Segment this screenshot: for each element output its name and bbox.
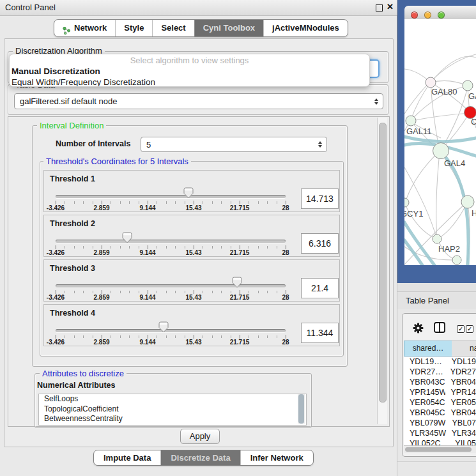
tab-select[interactable]: Select xyxy=(152,20,194,36)
interval-group-title: Interval Definition xyxy=(37,121,106,130)
table-row[interactable]: YIL052CYIL05 xyxy=(404,438,476,445)
slider-track[interactable] xyxy=(56,240,286,243)
slider-thumb[interactable] xyxy=(183,187,194,199)
cell-name: YBL07 xyxy=(447,418,476,428)
table-row[interactable]: YBR045CYBR04 xyxy=(404,408,476,418)
threshold-value-field[interactable]: 11.344 xyxy=(301,323,339,343)
cell-shared-name: YER054C xyxy=(404,397,445,408)
network-node[interactable] xyxy=(452,256,461,265)
minimize-button[interactable] xyxy=(424,12,431,19)
table-row[interactable]: YBR043CYBR04 xyxy=(404,377,476,387)
tick-label: 9.144 xyxy=(139,294,155,301)
cell-shared-name: YBR043C xyxy=(404,377,445,387)
gear-icon[interactable] xyxy=(413,323,424,334)
cell-shared-name: YDL19… xyxy=(404,357,447,367)
list-item[interactable]: BetweennessCentrality xyxy=(39,414,306,424)
slider-track[interactable] xyxy=(56,284,286,288)
network-svg[interactable]: GAL80GACGAL11GAL4GCY1HHAP2 xyxy=(404,19,476,265)
tab-discretize-data[interactable]: Discretize Data xyxy=(160,450,240,465)
list-item[interactable]: TopologicalCoefficient xyxy=(39,404,306,415)
bottom-tab-bar: Impute DataDiscretize DataInfer Network xyxy=(93,450,314,466)
network-window-titlebar[interactable] xyxy=(404,6,476,20)
slider-thumb[interactable] xyxy=(122,232,132,243)
dropdown-option-manual-discretization[interactable]: Manual Discretization xyxy=(10,66,369,77)
cell-name: YDR27 xyxy=(445,367,476,377)
network-view[interactable]: GAL80GACGAL11GAL4GCY1HHAP2 xyxy=(404,19,476,265)
tick-label: -3.426 xyxy=(47,204,65,211)
network-edge[interactable] xyxy=(431,56,476,82)
tab-label: Cyni Toolbox xyxy=(203,20,255,36)
tab-label: Select xyxy=(161,20,185,36)
cell-shared-name: YDR27… xyxy=(404,367,445,377)
column-header-name[interactable]: name xyxy=(452,341,476,357)
tab-style[interactable]: Style xyxy=(115,20,152,36)
network-node-gal4[interactable] xyxy=(433,143,449,159)
horizontal-scrollbar[interactable] xyxy=(404,445,476,453)
tick-label: 9.144 xyxy=(139,339,155,346)
dropdown-option-equal-width-frequency[interactable]: Equal Width/Frequency Discretization xyxy=(10,77,369,87)
table-data-combobox[interactable]: galFiltered.sif default node xyxy=(14,93,383,109)
network-edge[interactable] xyxy=(411,82,431,120)
network-node-ga[interactable] xyxy=(463,81,473,91)
table-row[interactable]: YPR145WYPR14 xyxy=(404,387,476,397)
threshold-value-field[interactable]: 6.316 xyxy=(301,233,339,254)
scrollbar-thumb[interactable] xyxy=(379,123,387,403)
table-row[interactable]: YDR27…YDR27 xyxy=(404,367,476,377)
network-edge[interactable] xyxy=(436,152,440,238)
apply-button[interactable]: Apply xyxy=(180,429,220,444)
tab-network[interactable]: Network xyxy=(54,20,115,36)
network-edge[interactable] xyxy=(411,113,470,121)
checkbox-checked-icon[interactable]: ✓ xyxy=(457,325,464,333)
threshold-value-field[interactable]: 14.713 xyxy=(301,188,339,209)
network-node-gcy1[interactable] xyxy=(404,198,409,207)
cell-name: YLR34 xyxy=(447,428,476,438)
list-item[interactable]: SelfLoops xyxy=(39,394,306,404)
split-view-icon[interactable] xyxy=(434,322,445,333)
threshold-panel-4: Threshold 4-3.4262.8599.14415.4321.71528… xyxy=(43,304,340,346)
slider-thumb[interactable] xyxy=(232,277,242,288)
table-row[interactable]: YER054CYER05 xyxy=(404,397,476,408)
tick-label: 15.43 xyxy=(185,294,201,301)
network-node-gal11[interactable] xyxy=(406,116,416,126)
slider-track[interactable] xyxy=(56,195,286,198)
cell-name: YIL05 xyxy=(450,438,476,445)
tab-label: jActiveMNodules xyxy=(272,20,339,36)
threshold-value-field[interactable]: 21.4 xyxy=(301,278,339,298)
network-edge[interactable] xyxy=(405,151,440,202)
checkbox-checked-icon[interactable]: ✓ xyxy=(466,325,473,333)
tick-label: 9.144 xyxy=(139,204,155,211)
tick-label: 15.43 xyxy=(185,249,201,256)
network-node-hap2[interactable] xyxy=(433,234,441,243)
network-node-gal80[interactable] xyxy=(426,77,436,88)
number-of-intervals-combobox[interactable]: 5 xyxy=(141,137,327,152)
dropdown-placeholder: Select algorithm to view settings xyxy=(10,54,369,66)
threshold-label: Threshold 2 xyxy=(50,219,95,228)
threshold-panel-2: Threshold 2-3.4262.8599.14415.4321.71528… xyxy=(43,215,340,257)
vertical-scrollbar[interactable] xyxy=(377,118,387,424)
network-edge[interactable] xyxy=(438,203,467,238)
number-of-intervals-label: Number of Intervals xyxy=(56,139,130,148)
table-row[interactable]: YBL079WYBL07 xyxy=(404,418,476,428)
top-tab-bar: NetworkStyleSelectCyni ToolboxjActiveMNo… xyxy=(54,19,348,37)
zoom-button[interactable] xyxy=(438,12,445,19)
tab-cyni-toolbox[interactable]: Cyni Toolbox xyxy=(194,20,263,36)
tab-impute-data[interactable]: Impute Data xyxy=(94,450,160,465)
table-row[interactable]: YLR345WYLR34 xyxy=(404,428,476,438)
threshold-panel-1: Threshold 1-3.4262.8599.14415.4321.71528… xyxy=(43,170,340,212)
slider-track[interactable] xyxy=(56,329,286,332)
cell-name: YDL19 xyxy=(447,357,476,367)
close-button[interactable] xyxy=(411,12,418,19)
threshold-label: Threshold 4 xyxy=(50,309,95,318)
slider-thumb[interactable] xyxy=(158,321,169,333)
network-edge[interactable] xyxy=(431,81,467,86)
list-scrollbar[interactable] xyxy=(298,394,305,424)
float-window-icon[interactable] xyxy=(376,4,383,12)
table-row[interactable]: YDL19…YDL19 xyxy=(404,357,476,367)
tab-jactivemnodules[interactable]: jActiveMNodules xyxy=(263,20,348,36)
column-header-shared-name[interactable]: shared… xyxy=(404,341,452,357)
table-panel-titlebar: Table Panel xyxy=(397,291,476,311)
close-icon[interactable]: ✕ xyxy=(387,2,394,12)
tab-infer-network[interactable]: Infer Network xyxy=(240,450,313,465)
node-label: GA xyxy=(468,91,476,101)
network-node-h[interactable] xyxy=(461,196,474,208)
